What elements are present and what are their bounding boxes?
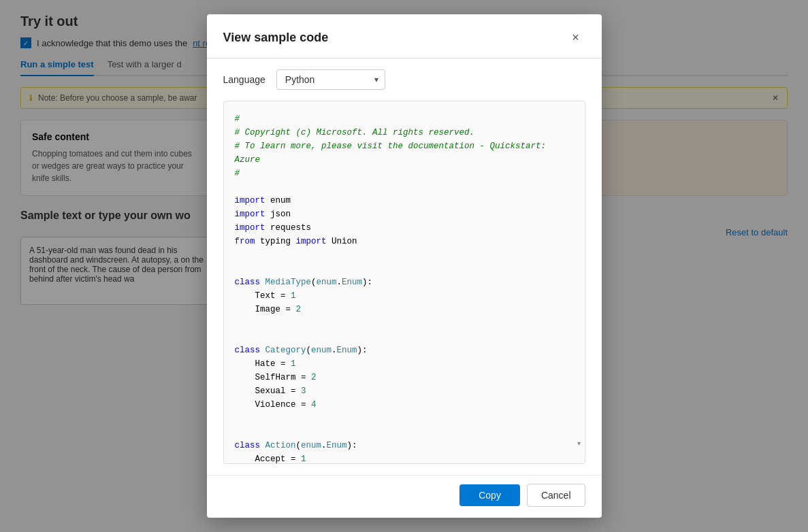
- code-comment-learn: # To learn more, please visit the docume…: [235, 142, 547, 165]
- code-import-requests: import requests: [235, 223, 312, 233]
- code-accept-val: Accept = 1: [235, 454, 306, 463]
- language-select-wrapper[interactable]: Python C# Java JavaScript: [276, 69, 385, 90]
- code-import-json: import json: [235, 210, 291, 219]
- code-selfharm-val: SelfHarm = 2: [235, 373, 317, 382]
- modal-close-button[interactable]: ×: [566, 28, 585, 47]
- code-scroll-area[interactable]: # # Copyright (c) Microsoft. All rights …: [224, 101, 585, 463]
- copy-button[interactable]: Copy: [459, 484, 520, 506]
- code-class-mediatype: class MediaType(enum.Enum):: [235, 278, 373, 287]
- modal-dialog: View sample code × Language Python C# Ja…: [207, 14, 602, 518]
- code-comment-1: #: [235, 114, 240, 124]
- code-comment-3: #: [235, 169, 240, 178]
- cancel-button[interactable]: Cancel: [527, 484, 585, 507]
- modal-footer: Copy Cancel: [207, 475, 602, 518]
- modal-title: View sample code: [223, 31, 329, 45]
- code-from-typing: from typing import Union: [235, 237, 357, 246]
- code-image-val: Image = 2: [235, 305, 302, 314]
- code-sexual-val: Sexual = 3: [235, 386, 306, 396]
- code-hate-val: Hate = 1: [235, 359, 296, 369]
- language-label: Language: [223, 74, 265, 85]
- modal-overlay[interactable]: View sample code × Language Python C# Ja…: [0, 0, 808, 532]
- language-row: Language Python C# Java JavaScript: [223, 69, 585, 90]
- code-class-action: class Action(enum.Enum):: [235, 441, 357, 450]
- modal-header: View sample code ×: [207, 14, 602, 59]
- code-comment-copyright: # Copyright (c) Microsoft. All rights re…: [235, 128, 475, 137]
- code-violence-val: Violence = 4: [235, 400, 317, 410]
- scroll-down-indicator: ▾: [574, 436, 585, 450]
- code-import-enum: import enum: [235, 196, 291, 205]
- modal-body: Language Python C# Java JavaScript # # C…: [207, 59, 602, 475]
- code-container: # # Copyright (c) Microsoft. All rights …: [223, 101, 585, 464]
- code-class-category: class Category(enum.Enum):: [235, 346, 368, 355]
- language-select[interactable]: Python C# Java JavaScript: [276, 69, 385, 90]
- code-text-val: Text = 1: [235, 291, 296, 301]
